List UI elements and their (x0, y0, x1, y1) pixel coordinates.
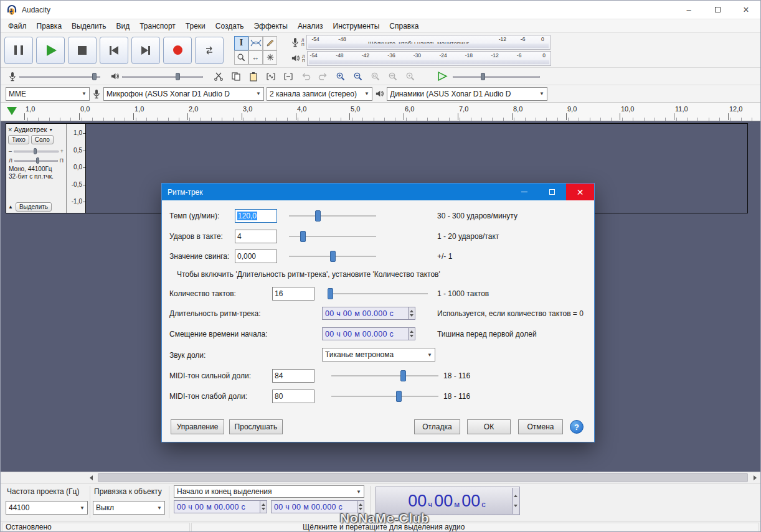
duration-time-field[interactable]: 00 ч 00 м 00.000 с (322, 307, 415, 320)
swing-input[interactable]: 0,000 (235, 250, 277, 263)
menu-view[interactable]: Вид (111, 19, 135, 32)
spinner[interactable] (260, 501, 267, 513)
draw-tool-button[interactable] (263, 36, 277, 50)
playback-meter[interactable]: -54 -48 -42 -36 -30 -24 -18 -12 -6 0 (307, 51, 551, 66)
trim-audio-button[interactable] (263, 69, 279, 84)
beats-slider[interactable] (289, 230, 376, 243)
horizontal-scrollbar[interactable] (1, 472, 760, 483)
silence-audio-button[interactable] (280, 69, 296, 84)
solo-button[interactable]: Соло (31, 135, 54, 144)
offset-time-field[interactable]: 00 ч 00 м 00.000 с (322, 327, 415, 340)
bars-input[interactable]: 16 (272, 287, 314, 301)
midi-strong-slider[interactable] (331, 370, 438, 382)
undo-button[interactable] (298, 69, 314, 84)
selection-tool-button[interactable]: I (234, 36, 248, 50)
scroll-right-button[interactable] (750, 473, 760, 482)
play-button[interactable] (36, 37, 65, 64)
recording-device-combo[interactable]: Микрофон (ASUS Xonar D1 Audio D▼ (103, 87, 264, 101)
slider-thumb[interactable] (315, 210, 321, 222)
slider-thumb[interactable] (400, 370, 406, 381)
track-close-button[interactable]: × (8, 126, 12, 133)
menu-analyze[interactable]: Анализ (293, 19, 328, 32)
zoom-toggle-button[interactable] (402, 69, 418, 84)
track-title[interactable]: Аудиотрек (14, 126, 47, 133)
track-menu-arrow-icon[interactable]: ▼ (49, 128, 53, 132)
slider-thumb[interactable] (34, 148, 37, 154)
cut-button[interactable] (210, 69, 227, 84)
menu-tools[interactable]: Инструменты (328, 19, 385, 32)
menu-transport[interactable]: Транспорт (135, 19, 181, 32)
recording-volume-slider[interactable] (19, 72, 100, 81)
slider-thumb[interactable] (330, 251, 336, 262)
beat-sound-combo[interactable]: Тиканье метронома▼ (322, 348, 435, 362)
skip-start-button[interactable] (100, 37, 128, 64)
selection-start-time[interactable]: 00 ч 00 м 00.000 с (174, 500, 267, 513)
dialog-maximize-button[interactable] (538, 184, 566, 200)
spinner[interactable] (408, 307, 415, 319)
menu-effects[interactable]: Эффекты (248, 19, 293, 32)
skip-end-button[interactable] (131, 37, 160, 64)
slider-thumb[interactable] (328, 288, 333, 299)
record-button[interactable] (163, 37, 192, 64)
pan-slider[interactable] (14, 157, 58, 164)
zoom-tool-button[interactable] (234, 50, 248, 65)
slider-thumb[interactable] (176, 73, 180, 80)
copy-button[interactable] (228, 69, 244, 84)
redo-button[interactable] (315, 69, 331, 84)
playback-device-combo[interactable]: Динамики (ASUS Xonar D1 Audio D▼ (387, 87, 547, 101)
tempo-slider[interactable] (289, 210, 376, 222)
play-speed-slider[interactable] (453, 72, 540, 81)
playback-volume-slider[interactable] (122, 72, 203, 81)
menu-help[interactable]: Справка (384, 19, 423, 32)
project-rate-combo[interactable]: 44100▼ (6, 501, 88, 515)
pinned-play-head-icon[interactable] (7, 107, 17, 115)
slider-thumb[interactable] (92, 73, 97, 80)
menu-file[interactable]: Файл (3, 19, 32, 32)
manage-button[interactable]: Управление (171, 419, 224, 434)
track-select-button[interactable]: Выделить (16, 202, 52, 212)
swing-slider[interactable] (289, 250, 376, 263)
pause-button[interactable] (4, 37, 33, 64)
spinner[interactable] (408, 328, 415, 340)
vertical-scale-ruler[interactable]: 1,0 0,5 0,0 -0,5 -1,0 (67, 124, 86, 213)
slider-thumb[interactable] (396, 391, 402, 402)
close-button[interactable]: × (732, 1, 760, 19)
minimize-button[interactable]: – (674, 1, 703, 19)
paste-button[interactable] (245, 69, 262, 84)
mute-button[interactable]: Тихо (8, 135, 29, 144)
midi-strong-input[interactable]: 84 (272, 369, 314, 383)
dialog-close-button[interactable]: ✕ (566, 184, 594, 200)
help-button[interactable]: ? (570, 420, 584, 434)
loop-button[interactable] (195, 37, 224, 64)
play-at-speed-icon[interactable] (437, 71, 448, 82)
zoom-fit-button[interactable] (385, 69, 401, 84)
midi-weak-slider[interactable] (331, 390, 438, 403)
preview-button[interactable]: Прослушать (229, 419, 283, 434)
dialog-minimize-button[interactable] (510, 184, 538, 200)
maximize-button[interactable] (703, 1, 732, 19)
menu-select[interactable]: Выделить (67, 19, 111, 32)
tempo-input[interactable]: 120,0 (235, 209, 277, 223)
menu-generate[interactable]: Создать (210, 19, 249, 32)
collapse-track-icon[interactable]: ▲ (8, 204, 13, 210)
zoom-out-button[interactable] (350, 69, 366, 84)
ok-button[interactable]: ОК (467, 419, 511, 434)
timeline-ruler[interactable]: 1,0 0,0 1,0 2,0 3,0 4,0 5,0 6,0 7,0 8,0 … (1, 103, 760, 121)
audio-host-combo[interactable]: MME▼ (6, 87, 90, 101)
cancel-button[interactable]: Отмена (518, 419, 563, 434)
zoom-selection-button[interactable] (367, 69, 384, 84)
recording-channels-combo[interactable]: 2 канала записи (стерео)▼ (267, 87, 372, 101)
envelope-tool-button[interactable] (248, 36, 263, 50)
bars-slider[interactable] (328, 287, 428, 300)
multi-tool-button[interactable] (263, 50, 277, 65)
beats-input[interactable]: 4 (235, 230, 277, 243)
snap-to-combo[interactable]: Выкл▼ (93, 501, 165, 515)
slider-thumb[interactable] (481, 73, 485, 80)
scrollbar-thumb[interactable] (98, 473, 748, 482)
stop-button[interactable] (68, 37, 97, 64)
selection-mode-combo[interactable]: Начало и конец выделения▼ (174, 485, 364, 498)
menu-edit[interactable]: Правка (32, 19, 67, 32)
dialog-titlebar[interactable]: Ритм-трек ✕ (162, 184, 594, 200)
slider-thumb[interactable] (300, 231, 306, 242)
gain-slider[interactable] (14, 147, 59, 155)
